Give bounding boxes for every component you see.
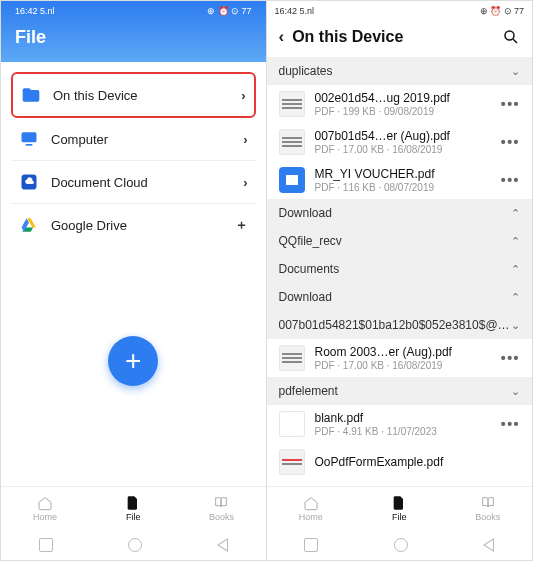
back-icon[interactable]: ‹ xyxy=(279,27,285,47)
svg-rect-0 xyxy=(22,132,37,142)
group-longname[interactable]: 007b01d54821$01ba12b0$052e3810$@gobiminc… xyxy=(267,311,533,339)
more-icon[interactable]: ••• xyxy=(501,350,520,366)
cloud-icon xyxy=(19,172,39,192)
file-row[interactable]: MR_YI VOUCHER.pdfPDF · 116 KB · 08/07/20… xyxy=(267,161,533,199)
pdf-thumb-icon xyxy=(279,345,305,371)
plus-icon: ＋ xyxy=(235,216,248,234)
search-icon[interactable] xyxy=(502,28,520,46)
home-icon xyxy=(303,495,319,511)
tab-file[interactable]: File xyxy=(89,487,177,530)
home-icon xyxy=(37,495,53,511)
bottom-tabs: Home File Books xyxy=(267,486,533,530)
pdf-thumb-icon xyxy=(279,411,305,437)
tab-books[interactable]: Books xyxy=(444,487,533,530)
location-label: Computer xyxy=(51,132,231,147)
location-label: Document Cloud xyxy=(51,175,231,190)
folder-icon xyxy=(21,85,41,105)
group-pdfelement[interactable]: pdfelement⌄ xyxy=(267,377,533,405)
file-row[interactable]: 002e01d54…ug 2019.pdfPDF · 199 KB · 09/0… xyxy=(267,85,533,123)
gdrive-icon xyxy=(19,215,39,235)
svg-rect-1 xyxy=(26,144,33,146)
file-icon xyxy=(125,495,141,511)
back-button[interactable] xyxy=(483,538,494,552)
chevron-down-icon: ⌄ xyxy=(511,65,520,78)
books-icon xyxy=(213,495,229,511)
page-title: File xyxy=(15,27,252,48)
location-google-drive[interactable]: Google Drive ＋ xyxy=(11,204,256,246)
chevron-up-icon: ⌃ xyxy=(511,235,520,248)
file-row[interactable]: Room 2003…er (Aug).pdfPDF · 17.00 KB · 1… xyxy=(267,339,533,377)
chevron-up-icon: ⌃ xyxy=(511,263,520,276)
tab-home[interactable]: Home xyxy=(1,487,89,530)
group-download-2[interactable]: Download⌃ xyxy=(267,283,533,311)
chevron-right-icon: › xyxy=(243,132,247,147)
file-row[interactable]: blank.pdfPDF · 4.91 KB · 11/07/2023 ••• xyxy=(267,405,533,443)
location-label: On this Device xyxy=(53,88,229,103)
chevron-up-icon: ⌃ xyxy=(511,207,520,220)
file-icon xyxy=(391,495,407,511)
more-icon[interactable]: ••• xyxy=(501,172,520,188)
system-navbar[interactable] xyxy=(1,530,266,560)
bottom-tabs: Home File Books xyxy=(1,486,266,530)
pdf-thumb-icon xyxy=(279,129,305,155)
location-document-cloud[interactable]: Document Cloud › xyxy=(11,161,256,204)
recents-button[interactable] xyxy=(39,538,53,552)
pdf-thumb-icon xyxy=(279,91,305,117)
tab-file[interactable]: File xyxy=(355,487,444,530)
tab-home[interactable]: Home xyxy=(267,487,356,530)
screen-file-locations: 16:42 5.nl ⊕ ⏰ ⊙ 77 File On this Device … xyxy=(1,1,267,560)
location-label: Google Drive xyxy=(51,218,223,233)
file-row[interactable]: 007b01d54…er (Aug).pdfPDF · 17.00 KB · 1… xyxy=(267,123,533,161)
group-documents[interactable]: Documents⌃ xyxy=(267,255,533,283)
group-duplicates[interactable]: duplicates ⌄ xyxy=(267,57,533,85)
page-title: On this Device xyxy=(292,28,494,46)
home-button[interactable] xyxy=(128,538,142,552)
header: ‹ On this Device xyxy=(267,19,533,57)
status-bar: 16:42 5.nl ⊕ ⏰ ⊙ 77 xyxy=(267,1,533,19)
chevron-right-icon: › xyxy=(243,175,247,190)
home-button[interactable] xyxy=(394,538,408,552)
fab-add[interactable]: + xyxy=(108,336,158,386)
chevron-up-icon: ⌃ xyxy=(511,291,520,304)
chevron-down-icon: ⌄ xyxy=(511,319,520,332)
more-icon[interactable]: ••• xyxy=(501,416,520,432)
svg-line-4 xyxy=(513,39,517,43)
group-download[interactable]: Download⌃ xyxy=(267,199,533,227)
chevron-down-icon: ⌄ xyxy=(511,385,520,398)
recents-button[interactable] xyxy=(304,538,318,552)
group-qqfile[interactable]: QQfile_recv⌃ xyxy=(267,227,533,255)
svg-point-3 xyxy=(505,31,514,40)
screen-on-this-device: 16:42 5.nl ⊕ ⏰ ⊙ 77 ‹ On this Device dup… xyxy=(267,1,533,560)
more-icon[interactable]: ••• xyxy=(501,134,520,150)
location-computer[interactable]: Computer › xyxy=(11,118,256,161)
system-navbar[interactable] xyxy=(267,530,533,560)
tab-books[interactable]: Books xyxy=(177,487,265,530)
books-icon xyxy=(480,495,496,511)
back-button[interactable] xyxy=(217,538,228,552)
file-row[interactable]: OoPdfFormExample.pdf xyxy=(267,443,533,481)
pdf-app-icon xyxy=(279,167,305,193)
location-on-this-device[interactable]: On this Device › xyxy=(11,72,256,118)
chevron-right-icon: › xyxy=(241,88,245,103)
computer-icon xyxy=(19,129,39,149)
pdf-thumb-icon xyxy=(279,449,305,475)
status-bar: 16:42 5.nl ⊕ ⏰ ⊙ 77 xyxy=(15,1,252,19)
more-icon[interactable]: ••• xyxy=(501,96,520,112)
